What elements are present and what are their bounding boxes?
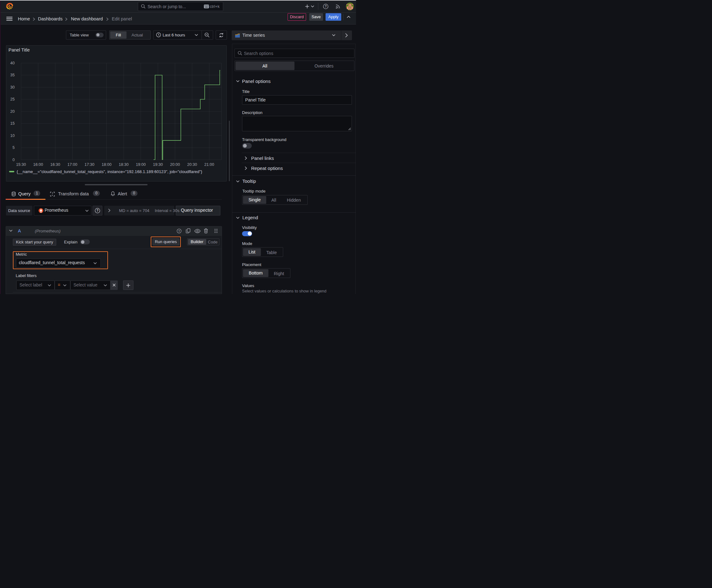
- svg-text:17:00: 17:00: [67, 162, 77, 167]
- svg-text:15:30: 15:30: [16, 162, 26, 167]
- svg-text:21:00: 21:00: [204, 162, 214, 167]
- svg-text:19:00: 19:00: [136, 162, 146, 167]
- svg-text:16:00: 16:00: [33, 162, 43, 167]
- svg-text:35: 35: [10, 73, 15, 77]
- svg-text:5: 5: [13, 145, 15, 150]
- svg-text:15: 15: [10, 121, 15, 126]
- svg-text:40: 40: [10, 61, 15, 65]
- svg-text:20:00: 20:00: [170, 162, 180, 167]
- svg-text:?: ?: [178, 230, 180, 233]
- svg-text:18:30: 18:30: [118, 162, 128, 167]
- svg-text:17:30: 17:30: [84, 162, 94, 167]
- svg-text:30: 30: [10, 85, 15, 89]
- svg-text:?: ?: [96, 209, 98, 212]
- svg-text:25: 25: [10, 97, 15, 102]
- svg-text:20: 20: [10, 109, 15, 114]
- svg-text:0: 0: [13, 158, 15, 162]
- svg-text:20:30: 20:30: [187, 162, 197, 167]
- svg-text:{__name__="cloudflared_tunnel_: {__name__="cloudflared_tunnel_total_requ…: [17, 169, 202, 174]
- svg-text:?: ?: [325, 5, 326, 8]
- svg-text:18:00: 18:00: [102, 162, 111, 167]
- svg-text:10: 10: [10, 133, 15, 138]
- svg-text:19:30: 19:30: [153, 162, 163, 167]
- svg-text:16:30: 16:30: [50, 162, 60, 167]
